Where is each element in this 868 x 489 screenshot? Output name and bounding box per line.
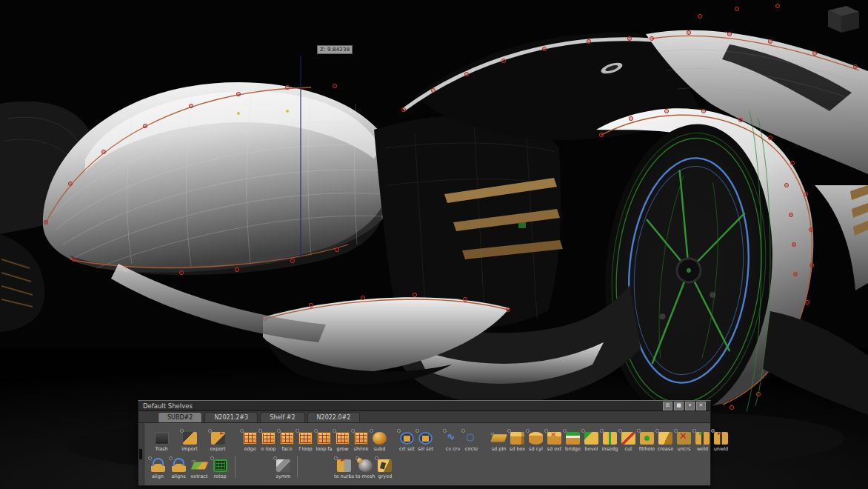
tool-cut-icon (621, 432, 635, 445)
tool-extract[interactable]: extract (189, 459, 210, 479)
tool-export-icon (211, 432, 225, 445)
coordinate-readout: Z: 9.84238 (317, 45, 353, 54)
tool-loopfa[interactable]: loop fa (315, 432, 333, 452)
tool-label: edge (244, 446, 256, 452)
tool-shrink-icon (354, 432, 368, 445)
tool-group: symm (274, 459, 293, 479)
tool-label: uncrs (678, 446, 691, 452)
tool-crease-icon (658, 432, 672, 445)
shelf-title: Default Shelves (143, 402, 663, 410)
tool-align[interactable]: align (147, 459, 168, 479)
tool-weld[interactable]: weld (693, 432, 712, 452)
tool-subd[interactable]: subd (370, 432, 389, 452)
shelf-tool-row: alignalignsextractretopsymmto nurbsto me… (147, 453, 710, 479)
tool-tonurbs[interactable]: to nurbs (333, 459, 355, 479)
yellow-marker (237, 112, 240, 115)
tool-label: shrink (354, 446, 369, 452)
tool-label: export (210, 446, 225, 452)
tool-label: unwld (714, 446, 729, 452)
shelf-body: Trashimportexportedgee loopfacef looploo… (138, 423, 710, 485)
tool-selset-icon (418, 432, 433, 445)
shelf-tab-bar: SUBD#2N2021.2#3Shelf #2N2022.0#2 (138, 411, 710, 423)
shelf-tab-subd-2[interactable]: SUBD#2 (158, 412, 202, 422)
shelf-tab-n2022-0-2[interactable]: N2022.0#2 (307, 412, 361, 422)
shelf-tab-shelf-2[interactable]: Shelf #2 (260, 412, 304, 422)
shelf-tab-n2021-2-3[interactable]: N2021.2#3 (204, 412, 258, 422)
tool-label: Trash (155, 446, 167, 452)
tool-group-separator (235, 456, 236, 478)
tool-uncrs[interactable]: uncrs (675, 432, 693, 452)
tool-unwld[interactable]: unwld (712, 432, 730, 452)
tool-circle[interactable]: circle (462, 432, 481, 452)
tool-gryed-icon (378, 459, 392, 472)
tool-floop[interactable]: f loop (296, 432, 315, 452)
tool-aligns[interactable]: aligns (168, 459, 189, 479)
close-icon[interactable]: ✕ (696, 402, 706, 410)
filled-box-icon[interactable]: ■ (674, 402, 684, 410)
tool-trash[interactable]: Trash (147, 432, 176, 452)
tool-tomesh[interactable]: to mesh (355, 459, 375, 479)
tool-sdpln[interactable]: sd pln (490, 432, 508, 452)
tool-bridge[interactable]: bridge (564, 432, 582, 452)
tool-symm-icon (276, 459, 290, 472)
tool-export[interactable]: export (204, 432, 232, 452)
tool-fillhole-icon (640, 432, 654, 445)
shelf-titlebar[interactable]: Default Shelves ⊞■▾✕ (138, 401, 710, 411)
tool-insedg[interactable]: insedg (601, 432, 619, 452)
tool-retop[interactable]: retop (210, 459, 230, 479)
tool-crtset[interactable]: crt set (398, 432, 416, 452)
tool-subd-icon (373, 432, 387, 445)
tool-cvcrv[interactable]: cv crv (444, 432, 462, 452)
tool-label: symm (276, 473, 291, 479)
tool-group: crt setsel set (398, 432, 435, 452)
tool-group: alignalignsextractretop (147, 459, 230, 479)
tool-cut[interactable]: cut (619, 432, 638, 452)
tool-label: cut (624, 446, 632, 452)
tool-tomesh-icon (358, 459, 373, 472)
tool-fillhole[interactable]: fillhole (638, 432, 656, 452)
tool-symm[interactable]: symm (274, 459, 293, 479)
chevron-down-icon[interactable]: ▾ (685, 402, 695, 410)
tool-grow[interactable]: grow (333, 432, 352, 452)
tool-sdcyl[interactable]: sd cyl (527, 432, 545, 452)
tool-edge[interactable]: edge (241, 432, 259, 452)
tool-import[interactable]: import (176, 432, 204, 452)
shelf-window: Default Shelves ⊞■▾✕ SUBD#2N2021.2#3Shel… (138, 400, 711, 486)
tool-label: crt set (399, 446, 415, 452)
tool-label: aligns (171, 473, 185, 479)
tool-bevel[interactable]: bevel (582, 432, 601, 452)
plus-box-icon[interactable]: ⊞ (663, 402, 672, 410)
tool-import-icon (183, 432, 197, 445)
tool-label: sd box (510, 446, 525, 452)
tool-tonurbs-icon (337, 459, 351, 472)
tool-label: crease (658, 446, 673, 452)
tool-label: f loop (298, 446, 312, 452)
tool-retop-icon (213, 459, 227, 472)
tool-shrink[interactable]: shrink (352, 432, 370, 452)
tool-gryed[interactable]: gryed (375, 459, 394, 479)
tool-eloop[interactable]: e loop (259, 432, 278, 452)
tool-group: cv crvcircle (444, 432, 481, 452)
tool-label: gryed (378, 473, 393, 479)
shelf-resize-handle[interactable] (138, 423, 144, 485)
tool-sdbox-icon (510, 432, 524, 445)
application-window: Z: 9.84238 Default Shelves ⊞■▾✕ SUBD#2N2… (0, 0, 868, 489)
tool-selset[interactable]: sel set (416, 432, 435, 452)
tool-label: cv crv (446, 446, 461, 452)
tool-sdext[interactable]: sd ext (545, 432, 564, 452)
tool-loopfa-icon (317, 432, 331, 445)
tool-label: e loop (261, 446, 276, 452)
tool-label: sel set (418, 446, 433, 452)
tool-label: retop (213, 473, 226, 479)
tool-label: bridge (565, 446, 581, 452)
view-cube[interactable] (828, 6, 859, 33)
tool-group: to nurbsto meshgryed (333, 459, 394, 479)
tool-label: align (152, 473, 164, 479)
tool-sdbox[interactable]: sd box (508, 432, 527, 452)
tool-extract-icon (190, 462, 208, 469)
tool-face[interactable]: face (278, 432, 296, 452)
tool-sdext-icon (547, 432, 561, 445)
tool-crease[interactable]: crease (656, 432, 675, 452)
tool-label: insedg (602, 446, 618, 452)
tool-group: sd plnsd boxsd cylsd extbridgebevelinsed… (490, 432, 730, 452)
